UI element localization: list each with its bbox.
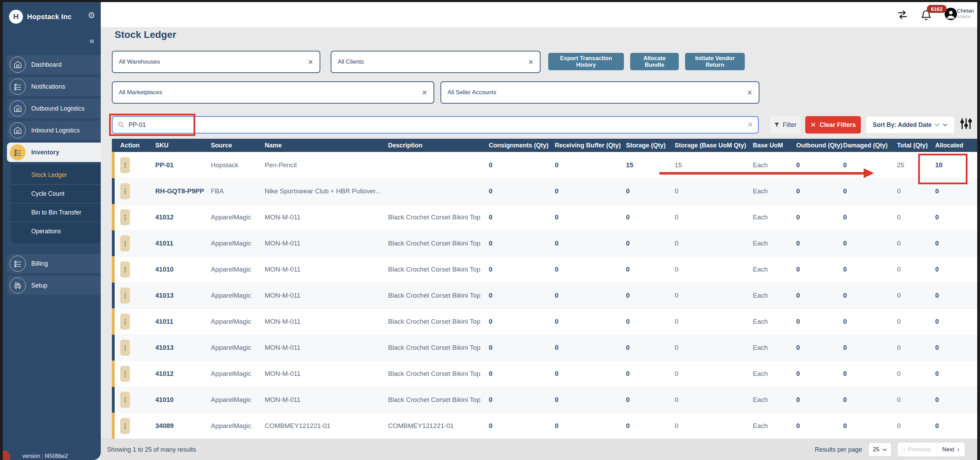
annotation-arrow-head: [864, 168, 874, 178]
submenu-item-cycle-count[interactable]: Cycle Count: [11, 184, 101, 203]
cell-sku[interactable]: 41010: [151, 266, 207, 273]
initiate-vendor-return-button[interactable]: Initiate Vendor Return: [685, 53, 745, 70]
sidebar-item-billing[interactable]: Billing: [7, 254, 101, 273]
clear-filters-button[interactable]: ✕ Clear Filters: [805, 116, 861, 134]
row-actions-button[interactable]: ⋮: [120, 209, 130, 225]
cell-storage_base_uom: 0: [670, 318, 749, 326]
cell-storage_base_uom: 0: [670, 266, 749, 273]
row-actions-button[interactable]: ⋮: [120, 366, 130, 382]
row-actions-button[interactable]: ⋮: [120, 340, 130, 356]
sort-by-dropdown[interactable]: Sort By: Added Date: [866, 116, 955, 134]
chevron-down-icon: [882, 448, 887, 451]
cell-storage: 0: [622, 396, 670, 404]
company-name: Hopstack Inc: [27, 13, 72, 21]
cell-sku[interactable]: 41013: [151, 292, 207, 299]
cell-outbound: 0: [792, 344, 839, 351]
marketplaces-filter-value: All Marketplaces: [119, 89, 162, 96]
cell-outbound: 0: [792, 292, 839, 299]
row-actions-button[interactable]: ⋮: [120, 418, 130, 434]
column-settings-icon[interactable]: [959, 118, 973, 132]
submenu-item-operations[interactable]: Operations: [11, 222, 101, 241]
cell-storage: 0: [622, 344, 670, 351]
submenu-item-bin-to-bin-transfer[interactable]: Bin to Bin Transfer: [11, 203, 101, 222]
cell-storage: 0: [622, 318, 670, 326]
filter-button[interactable]: Filter: [770, 116, 800, 134]
next-page-button[interactable]: Next ›: [936, 442, 965, 457]
cell-source: ApparelMagic: [207, 266, 261, 273]
cell-storage_base_uom: 15: [670, 161, 749, 169]
row-actions-button[interactable]: ⋮: [120, 235, 130, 251]
seller-accounts-filter[interactable]: All Seller Accounts ✕: [441, 81, 759, 104]
cell-allocated: 0: [931, 292, 977, 299]
clients-filter[interactable]: All Clients ✕: [331, 51, 541, 73]
sidebar-item-outbound-logistics[interactable]: Outbound Logistics: [7, 99, 101, 118]
gear-icon[interactable]: ⚙: [88, 11, 95, 19]
row-actions-button[interactable]: ⋮: [120, 157, 130, 173]
cell-damaged: 0: [839, 187, 893, 195]
user-name: Chetan: [957, 8, 977, 14]
cell-name: MON-M-011: [261, 396, 384, 404]
row-actions-button[interactable]: ⋮: [120, 262, 130, 278]
cell-consignments: 0: [485, 161, 550, 169]
clear-warehouses-icon[interactable]: ✕: [308, 58, 313, 66]
column-header-storage: Storage (Qty): [622, 142, 670, 149]
submenu-item-stock-ledger[interactable]: Stock Ledger: [11, 166, 101, 184]
cell-damaged: 0: [839, 292, 893, 299]
clear-marketplaces-icon[interactable]: ✕: [422, 89, 427, 97]
search-input[interactable]: [129, 121, 747, 129]
sidebar-item-inventory[interactable]: Inventory: [7, 142, 101, 162]
row-actions-button[interactable]: ⋮: [120, 392, 130, 408]
allocate-bundle-button[interactable]: Allocate Bundle: [630, 53, 679, 70]
row-actions-button[interactable]: ⋮: [120, 288, 130, 303]
cell-sku[interactable]: 34089: [151, 422, 207, 430]
sidebar-item-setup[interactable]: Setup: [7, 276, 101, 295]
cell-action: ⋮: [115, 288, 151, 303]
previous-page-button[interactable]: ‹ Previous: [898, 442, 937, 457]
cell-sku[interactable]: 41011: [151, 318, 207, 326]
cell-receiving_buffer: 0: [550, 292, 622, 299]
window-edge-top: [0, 0, 980, 2]
cell-outbound: 0: [792, 422, 839, 430]
cell-storage: 0: [622, 187, 670, 195]
table-row: ⋮41010ApparelMagicMON-M-011Black Crochet…: [112, 256, 977, 282]
row-actions-button[interactable]: ⋮: [120, 314, 130, 330]
sidebar-item-inbound-logistics[interactable]: Inbound Logistics: [7, 121, 101, 140]
cell-storage_base_uom: 0: [670, 422, 749, 430]
cell-sku[interactable]: 41010: [151, 396, 207, 404]
transfer-arrows-icon[interactable]: [897, 9, 908, 21]
stock-ledger-table: Action SKU Source Name Description Consi…: [112, 139, 977, 439]
cell-consignments: 0: [485, 292, 550, 299]
sidebar-collapse-icon[interactable]: «: [3, 26, 101, 45]
cell-total: 0: [893, 370, 931, 378]
cell-sku[interactable]: 41012: [151, 214, 207, 221]
cell-sku[interactable]: 41011: [151, 240, 207, 247]
search-clear-icon[interactable]: ✕: [747, 121, 753, 129]
clear-clients-icon[interactable]: ✕: [528, 58, 534, 66]
cell-sku[interactable]: 41012: [151, 370, 207, 378]
cell-allocated: 0: [931, 214, 977, 221]
cell-storage: 0: [622, 240, 670, 247]
cell-sku[interactable]: PP-01: [151, 161, 207, 169]
cell-storage: 0: [622, 370, 670, 378]
chevron-left-icon: ‹: [903, 446, 905, 453]
cell-action: ⋮: [115, 183, 151, 199]
sidebar-item-label: Setup: [31, 282, 48, 289]
cell-storage_base_uom: 0: [670, 292, 749, 299]
page-size-select[interactable]: 25: [869, 442, 891, 457]
user-info[interactable]: Chetan ADMIN: [957, 8, 977, 19]
sidebar-item-dashboard[interactable]: Dashboard: [7, 55, 101, 74]
export-transaction-history-button[interactable]: Export Transaction History: [548, 53, 624, 70]
cell-action: ⋮: [115, 314, 151, 330]
clear-seller-accounts-icon[interactable]: ✕: [747, 89, 752, 97]
cell-sku[interactable]: 41013: [151, 344, 207, 351]
warehouses-filter[interactable]: All Warehouses ✕: [112, 51, 320, 73]
cell-sku[interactable]: RH-GQT8-P9PP: [151, 187, 207, 195]
cell-source: ApparelMagic: [207, 240, 261, 247]
marketplaces-filter[interactable]: All Marketplaces ✕: [112, 81, 434, 104]
checklist-icon: [10, 256, 26, 272]
sidebar-item-notifications[interactable]: Notifications: [7, 77, 101, 96]
row-actions-button[interactable]: ⋮: [120, 183, 130, 199]
cell-outbound: 0: [792, 370, 839, 378]
results-per-page-label: Results per page: [815, 446, 862, 454]
table-row: ⋮34089ApparelMagicCOMBMEY121221-01COMBME…: [112, 413, 977, 439]
